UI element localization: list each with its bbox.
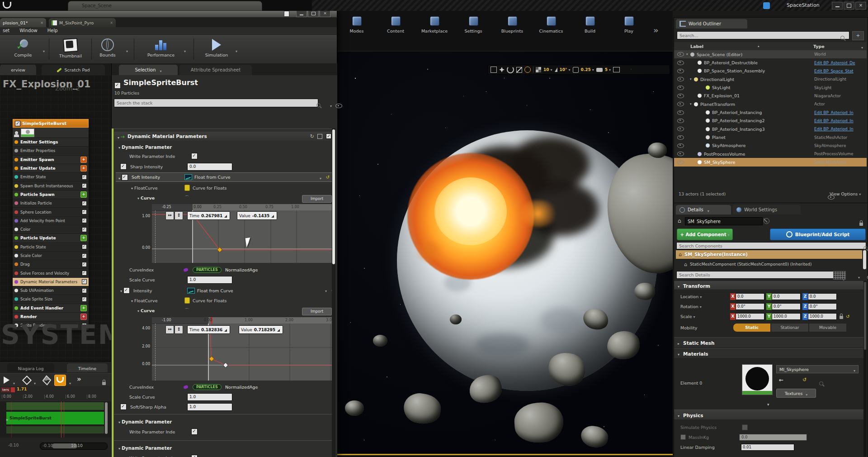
visibility-eye-icon[interactable] [677, 102, 684, 106]
actor-label[interactable]: BP_Asteriod_Instancing2 [712, 118, 814, 123]
module-enabled-checkbox[interactable] [82, 209, 87, 214]
keyframe-diamond-icon[interactable] [22, 376, 32, 385]
actor-type[interactable]: Actor [814, 102, 867, 106]
tab-close-icon[interactable]: × [40, 21, 43, 25]
actor-type[interactable]: SkyAtmosphere [814, 143, 867, 148]
curve-editor-2[interactable]: 4.00 2.00 0.00 -1.00 0.00 1.00 2.00 3.00 [137, 317, 334, 381]
add-module-button[interactable] [80, 235, 87, 241]
write-parameter-checkbox[interactable] [191, 153, 198, 159]
stack-search-input[interactable] [114, 99, 318, 107]
curve-time-ruler[interactable]: -1.00 0.00 1.00 2.00 3.00 [152, 317, 334, 324]
dynamic-parameter-header[interactable]: Dynamic Parameter [118, 143, 334, 151]
material-thumbnail[interactable] [742, 364, 773, 395]
write-parameter-checkbox[interactable] [191, 455, 198, 457]
rotation-x-input[interactable] [736, 303, 764, 310]
outliner-row[interactable]: SkyLight SkyLight [674, 83, 867, 91]
module-enabled-checkbox[interactable] [82, 279, 87, 284]
outliner-row[interactable]: Planet StaticMeshActor [674, 133, 867, 141]
blueprint-add-script-button[interactable]: Blueprint/Add Script [770, 228, 866, 240]
soft-intensity-row[interactable]: Soft Intensity Float from Curve ↺ [116, 172, 334, 182]
module-enabled-checkbox[interactable] [82, 244, 87, 249]
selection-scrollbar-track[interactable] [332, 129, 335, 457]
timeline-tracks[interactable]: SimpleSpriteBurst [0, 401, 111, 438]
expand-more-caret[interactable]: ▾ [767, 402, 769, 407]
soft-sharp-alpha-input[interactable] [187, 403, 232, 411]
toolbar-item[interactable]: Play [611, 15, 647, 33]
attribute-name[interactable]: NormalizedAge [225, 385, 258, 390]
details-scrollbar-thumb[interactable] [864, 282, 866, 350]
camera-speed-icon[interactable] [596, 68, 603, 72]
stack-row[interactable]: Initialize Particle [13, 199, 89, 208]
location-x-input[interactable] [736, 293, 764, 300]
material-dropdown[interactable]: MI_Skysphere [776, 365, 859, 373]
time-value[interactable]: 0.182836 [201, 328, 222, 332]
pan-horizontal-button[interactable]: ↔ [165, 211, 174, 220]
performance-caret[interactable] [183, 46, 186, 54]
stack-row[interactable]: Particle Spawn [13, 190, 89, 199]
close-button[interactable]: × [855, 2, 866, 10]
scale-tool-icon[interactable] [516, 67, 522, 73]
doc-tab-material[interactable]: M_SixPoint_Pyro × [49, 18, 116, 27]
actor-type[interactable]: NiagaraActor [814, 94, 867, 98]
value-type[interactable]: Float from Curve [194, 175, 231, 180]
intensity-checkbox[interactable] [123, 287, 130, 294]
reset-to-default-icon[interactable]: ↺ [326, 175, 330, 180]
visibility-eye-icon[interactable] [677, 160, 684, 165]
add-module-button[interactable] [80, 314, 87, 320]
toolbar-item[interactable]: Cinematics [533, 15, 569, 33]
rotation-snap-icon[interactable] [555, 67, 557, 72]
expand-caret[interactable] [690, 77, 694, 81]
stack-row[interactable]: Sphere Location [13, 208, 89, 216]
niagara-window-bar[interactable]: × [0, 10, 337, 17]
emitter-thumbnail[interactable] [21, 129, 34, 137]
dynamic-parameter-header-3[interactable]: Dynamic Parameter [118, 444, 334, 452]
tab-system-overview[interactable]: erview [0, 65, 36, 75]
scale-z-input[interactable] [808, 313, 837, 320]
add-component-button[interactable]: + Add Component [677, 228, 733, 240]
tab-attribute-spreadsheet[interactable]: Attribute Spreadsheet [179, 65, 252, 75]
visibility-eye-icon[interactable] [677, 52, 684, 57]
module-enabled-checkbox[interactable] [82, 297, 87, 302]
toolbar-item[interactable]: Blueprints [494, 15, 530, 33]
toolbar-item[interactable]: Settings [455, 15, 491, 33]
module-enabled-checkbox[interactable] [82, 175, 87, 180]
location-y-input[interactable] [772, 293, 801, 300]
scale-curve-input[interactable] [187, 393, 232, 401]
curve-time-ruler[interactable]: -0.25 0.00 0.25 0.50 0.75 1.00 [152, 204, 334, 211]
playhead-line[interactable] [61, 401, 61, 438]
stack-row[interactable]: Scale Sprite Size [13, 295, 89, 304]
curve-editor-1[interactable]: 1.00 0.00 -0.25 0.00 0.25 0.50 0.75 1.00 [137, 204, 334, 263]
actor-label[interactable]: DirectionalLight [700, 77, 814, 82]
compile-button[interactable]: ✓ Compile [6, 38, 40, 57]
keyframe-caret[interactable] [33, 378, 36, 386]
use-selected-icon[interactable]: ← [779, 377, 783, 383]
emitter-enabled-checkbox[interactable] [114, 82, 121, 89]
stack-row[interactable]: Spawn Burst Instantaneous [13, 181, 89, 190]
track-dim[interactable] [6, 426, 104, 433]
refresh-icon[interactable]: ↻ [310, 133, 314, 139]
outliner-row[interactable]: BP_Asteriod_Instancing3 Edit BP_Asteriod… [674, 125, 867, 133]
module-enabled-checkbox[interactable] [82, 262, 87, 267]
stack-row[interactable]: Emitter Properties [13, 147, 89, 155]
import-button[interactable]: Import [302, 308, 332, 315]
module-enabled-checkbox[interactable] [82, 201, 87, 206]
stack-row[interactable]: Solve Forces and Velocity [13, 269, 89, 277]
sharp-intensity-checkbox[interactable] [120, 163, 127, 170]
grid-snap-value[interactable]: 10 [543, 67, 552, 72]
menu-item[interactable]: Help [47, 28, 58, 33]
expand-caret[interactable] [690, 102, 694, 106]
actor-type[interactable]: StaticMeshActor [814, 160, 867, 165]
tab-caret[interactable] [159, 66, 162, 74]
rotate-tool-icon[interactable] [507, 66, 514, 73]
reset-to-default-icon[interactable]: ↺ [846, 314, 849, 319]
component-instance-row[interactable]: ⌂ SM_SkySphere(Instance) [676, 250, 862, 259]
visibility-eye-icon[interactable] [677, 61, 684, 65]
toolbar-overflow-chevron[interactable]: » [653, 25, 659, 35]
physics-section-header[interactable]: Physics [674, 409, 867, 419]
visibility-eye-icon[interactable] [677, 77, 684, 81]
actor-type[interactable]: Edit BP_Asteroid_De [814, 61, 867, 65]
simulate-physics-checkbox[interactable] [742, 424, 748, 430]
sharp-intensity-input[interactable] [187, 163, 232, 171]
stack-row[interactable]: Emitter Update [13, 164, 89, 173]
tab-niagara-log[interactable]: Niagara Log [7, 363, 54, 372]
